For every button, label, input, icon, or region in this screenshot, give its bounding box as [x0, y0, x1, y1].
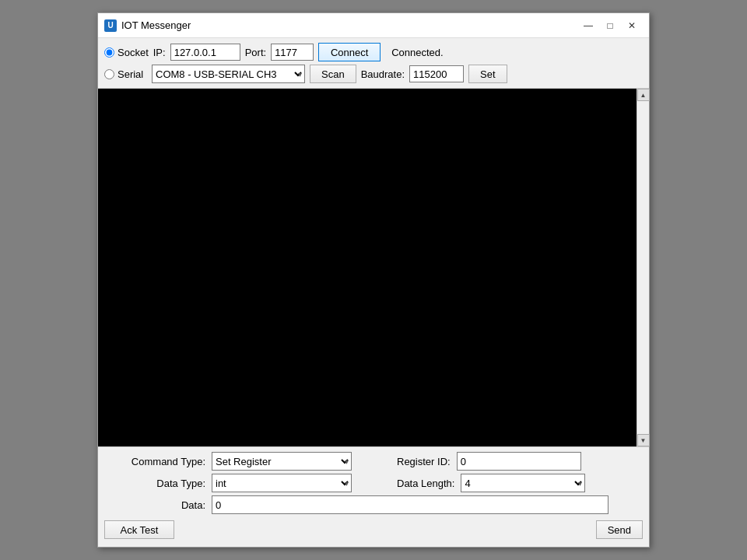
data-type-wrapper: int float string bool [212, 474, 352, 492]
scan-button[interactable]: Scan [310, 65, 356, 83]
command-type-dropdown[interactable]: Set Register Get Register Set Output Get… [212, 452, 352, 471]
serial-radio-label[interactable]: Serial [104, 68, 147, 80]
scroll-down-button[interactable]: ▼ [637, 434, 650, 446]
console-container: ▲ ▼ [98, 89, 649, 446]
data-row: Data: [104, 495, 643, 514]
action-row: Ack Test Send [104, 517, 643, 542]
connection-status: Connected. [391, 47, 444, 58]
baudrate-label: Baudrate: [361, 68, 405, 80]
connect-button[interactable]: Connect [318, 43, 381, 61]
maximize-button[interactable]: □ [599, 15, 621, 37]
command-type-wrapper: Set Register Get Register Set Output Get… [212, 452, 352, 471]
port-label: Port: [245, 47, 266, 58]
port-input[interactable] [271, 44, 314, 61]
data-type-row: Data Type: int float string bool Data Le… [104, 474, 643, 492]
scroll-up-button[interactable]: ▲ [637, 89, 650, 101]
serial-radio[interactable] [104, 69, 114, 79]
serial-row: Serial COM8 - USB-SERIAL CH3 Scan Baudra… [104, 65, 643, 83]
serial-dropdown-wrapper: COM8 - USB-SERIAL CH3 [152, 65, 305, 83]
data-length-dropdown[interactable]: 4 1 2 8 [461, 474, 585, 492]
register-id-input[interactable] [457, 452, 581, 471]
ip-label: IP: [153, 47, 166, 58]
console-output [98, 89, 637, 446]
ip-input[interactable] [170, 44, 240, 61]
window-controls: — □ ✕ [577, 15, 643, 37]
app-icon: U [104, 19, 117, 32]
console-area [98, 89, 649, 446]
console-scrollbar: ▲ ▼ [637, 89, 649, 446]
serial-dropdown[interactable]: COM8 - USB-SERIAL CH3 [152, 65, 305, 83]
socket-radio-label[interactable]: Socket [104, 47, 149, 58]
title-bar: U IOT Messenger — □ ✕ [98, 13, 649, 38]
data-label: Data: [104, 499, 205, 511]
data-type-dropdown[interactable]: int float string bool [212, 474, 352, 492]
scrollbar-track [637, 101, 649, 434]
register-id-label: Register ID: [397, 456, 451, 467]
minimize-button[interactable]: — [577, 15, 599, 37]
toolbar: Socket IP: Port: Connect Connected. Seri… [98, 38, 649, 89]
send-button[interactable]: Send [596, 520, 643, 539]
data-type-label: Data Type: [104, 478, 205, 489]
close-button[interactable]: ✕ [621, 15, 643, 37]
set-button[interactable]: Set [468, 65, 507, 83]
socket-row: Socket IP: Port: Connect Connected. [104, 43, 643, 61]
data-length-label: Data Length: [397, 478, 454, 489]
window-title: IOT Messenger [121, 19, 577, 31]
main-window: U IOT Messenger — □ ✕ Socket IP: Port: C… [97, 12, 650, 548]
command-type-row: Command Type: Set Register Get Register … [104, 452, 643, 471]
baudrate-input[interactable] [409, 65, 464, 82]
bottom-controls: Command Type: Set Register Get Register … [98, 446, 649, 547]
socket-radio[interactable] [104, 47, 114, 58]
data-input[interactable] [212, 495, 608, 514]
data-length-wrapper: 4 1 2 8 [461, 474, 585, 492]
ack-test-button[interactable]: Ack Test [104, 520, 174, 539]
command-type-label: Command Type: [104, 456, 205, 467]
